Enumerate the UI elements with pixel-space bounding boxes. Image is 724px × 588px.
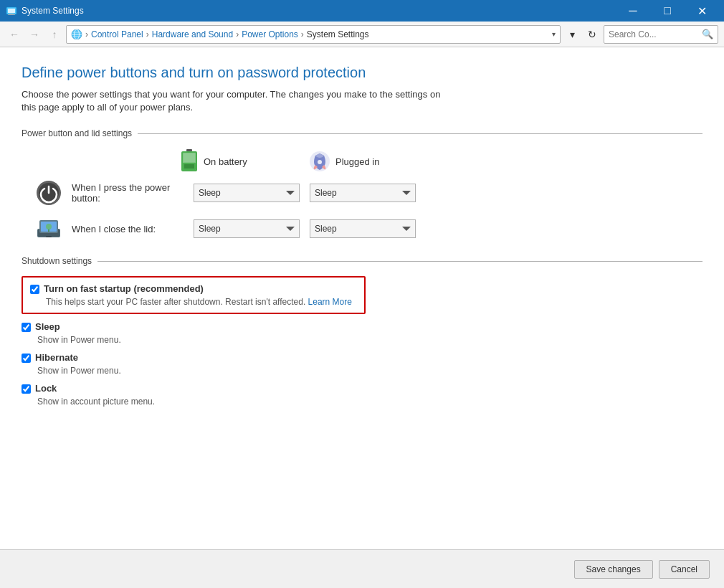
maximize-button[interactable]: □ <box>651 0 684 22</box>
battery-icon <box>179 148 199 174</box>
main-content: Define power buttons and turn on passwor… <box>0 47 724 588</box>
breadcrumb-cp[interactable]: Control Panel <box>91 29 143 39</box>
plug-icon <box>308 150 331 173</box>
window-controls: ─ □ ✕ <box>616 0 718 22</box>
column-headers: On battery Plugged in <box>179 148 702 174</box>
power-button-row: When I press the power button: Do nothin… <box>36 180 702 206</box>
svg-rect-13 <box>184 164 194 169</box>
lid-icon <box>36 216 62 242</box>
hibernate-item: Hibernate <box>22 352 702 363</box>
up-button[interactable]: ↑ <box>46 26 63 43</box>
forward-button[interactable]: → <box>26 26 43 43</box>
svg-rect-14 <box>184 153 195 162</box>
lock-checkbox[interactable] <box>22 384 31 394</box>
back-button[interactable]: ← <box>6 26 23 43</box>
hibernate-checkbox[interactable] <box>22 354 31 363</box>
lock-label: Lock <box>35 383 57 394</box>
sep4: › <box>301 29 304 39</box>
fast-startup-label: Turn on fast startup (recommended) <box>44 283 204 294</box>
lid-label: When I close the lid: <box>72 224 194 234</box>
section1-label: Power button and lid settings <box>22 128 132 138</box>
power-button-battery-select[interactable]: Do nothing Sleep Hibernate Shut down Tur… <box>194 184 300 202</box>
close-button[interactable]: ✕ <box>685 0 718 22</box>
address-bar: ← → ↑ › Control Panel › Hardware and Sou… <box>0 22 724 47</box>
search-box: 🔍 <box>604 25 718 44</box>
app-icon <box>6 5 17 16</box>
section1-header: Power button and lid settings <box>22 128 702 138</box>
sep1: › <box>85 29 88 39</box>
svg-rect-3 <box>8 14 15 15</box>
breadcrumb-hs[interactable]: Hardware and Sound <box>152 29 233 39</box>
shutdown-section: Shutdown settings Turn on fast startup (… <box>22 256 702 407</box>
col-plugged-label: Plugged in <box>335 156 379 167</box>
fast-startup-checkbox[interactable] <box>30 285 39 294</box>
sep3: › <box>236 29 239 39</box>
section2-label: Shutdown settings <box>22 256 92 266</box>
search-icon[interactable]: 🔍 <box>702 29 713 39</box>
refresh-button[interactable]: ↻ <box>584 26 601 43</box>
fast-startup-box: Turn on fast startup (recommended) This … <box>22 276 366 314</box>
section2-header: Shutdown settings <box>22 256 702 266</box>
col-plugged-header: Plugged in <box>308 148 423 174</box>
hibernate-label: Hibernate <box>35 352 78 363</box>
fast-startup-desc: This helps start your PC faster after sh… <box>46 297 357 307</box>
hibernate-desc: Show in Power menu. <box>37 366 702 376</box>
breadcrumb-po[interactable]: Power Options <box>242 29 298 39</box>
lid-plugged-select[interactable]: Do nothing Sleep Hibernate Shut down Tur… <box>310 219 416 238</box>
cancel-button[interactable]: Cancel <box>659 560 710 579</box>
sleep-section: Sleep Show in Power menu. <box>22 321 702 345</box>
col-battery-header: On battery <box>179 148 294 174</box>
lock-desc: Show in account picture menu. <box>37 397 702 407</box>
home-icon <box>71 29 82 40</box>
page-description: Choose the power settings that you want … <box>22 88 444 114</box>
learn-more-link[interactable]: Learn More <box>308 297 352 307</box>
svg-point-16 <box>318 160 322 164</box>
power-button-dropdowns: Do nothing Sleep Hibernate Shut down Tur… <box>194 184 416 202</box>
title-bar: System Settings ─ □ ✕ <box>0 0 724 22</box>
save-changes-button[interactable]: Save changes <box>574 560 653 579</box>
window-title: System Settings <box>22 6 84 16</box>
minimize-button[interactable]: ─ <box>616 0 649 22</box>
svg-rect-24 <box>46 236 52 237</box>
power-button-plugged-select[interactable]: Do nothing Sleep Hibernate Shut down Tur… <box>310 184 416 202</box>
page-title: Define power buttons and turn on passwor… <box>22 65 702 81</box>
sleep-label: Sleep <box>35 321 60 332</box>
bottom-bar: Save changes Cancel <box>0 549 724 588</box>
lid-dropdowns: Do nothing Sleep Hibernate Shut down Tur… <box>194 219 416 238</box>
power-button-icon <box>36 180 62 206</box>
svg-rect-9 <box>186 149 192 151</box>
sleep-item: Sleep <box>22 321 702 332</box>
fast-startup-item: Turn on fast startup (recommended) <box>30 283 357 294</box>
breadcrumb-down-button[interactable]: ▾ <box>563 26 581 43</box>
power-button-label: When I press the power button: <box>72 182 194 204</box>
sleep-checkbox[interactable] <box>22 323 31 332</box>
breadcrumb-dropdown[interactable]: ▾ <box>552 30 556 38</box>
sep2: › <box>146 29 149 39</box>
search-input[interactable] <box>609 29 699 39</box>
section1-divider <box>138 133 702 134</box>
svg-rect-1 <box>8 9 15 13</box>
lock-item: Lock <box>22 383 702 394</box>
svg-point-25 <box>46 224 52 229</box>
lid-row: When I close the lid: Do nothing Sleep H… <box>36 216 702 242</box>
hibernate-section: Hibernate Show in Power menu. <box>22 352 702 376</box>
lock-section: Lock Show in account picture menu. <box>22 383 702 407</box>
col-battery-label: On battery <box>204 156 247 167</box>
sleep-desc: Show in Power menu. <box>37 335 702 345</box>
breadcrumb-current: System Settings <box>307 29 369 39</box>
section2-divider <box>97 261 702 262</box>
lid-battery-select[interactable]: Do nothing Sleep Hibernate Shut down Tur… <box>194 219 300 238</box>
breadcrumb: › Control Panel › Hardware and Sound › P… <box>66 25 561 44</box>
